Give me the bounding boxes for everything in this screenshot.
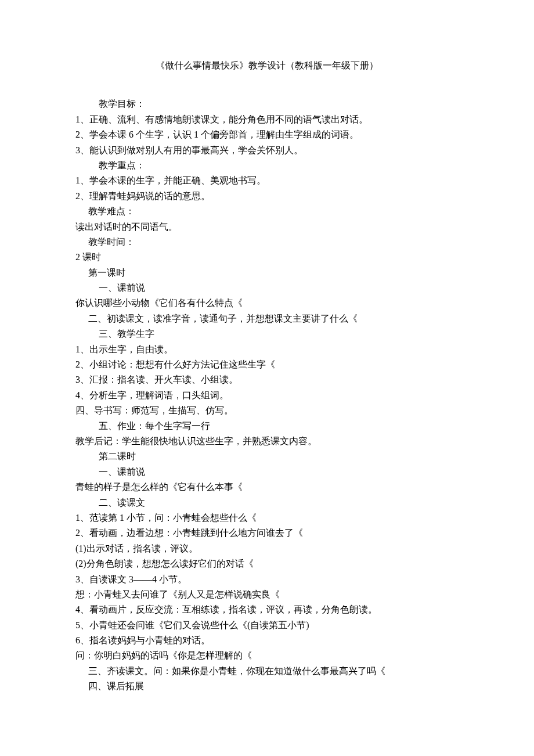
- l2-s2-item: 2、看动画，边看边想：小青蛙跳到什么地方问谁去了《: [75, 525, 459, 541]
- key-item: 1、学会本课的生字，并能正确、美观地书写。: [75, 173, 459, 188]
- l1-section-1: 一、课前说: [75, 280, 459, 296]
- key-item: 2、理解青蛙妈妈说的话的意思。: [75, 189, 459, 204]
- lesson1-header: 第一课时: [75, 265, 459, 280]
- l1-s3-item: 2、小组讨论：想想有什么好方法记住这些生字《: [75, 357, 459, 372]
- l2-s2-item: (1)出示对话，指名读，评议。: [75, 541, 459, 556]
- l2-section-4: 四、课后拓展: [75, 679, 459, 694]
- diff-header: 教学难点：: [75, 204, 459, 219]
- time-header: 教学时间：: [75, 235, 459, 250]
- l2-s2-item: 3、自读课文 3——4 小节。: [75, 572, 459, 587]
- l1-s3-item: 1、出示生字，自由读。: [75, 342, 459, 357]
- doc-title: 《做什么事情最快乐》教学设计（教科版一年级下册）: [75, 58, 459, 73]
- l2-s2-item: 1、范读第 1 小节，问：小青蛙会想些什么《: [75, 510, 459, 525]
- l2-s1-body: 青蛙的样子是怎么样的《它有什么本事《: [75, 480, 459, 495]
- goal-item: 1、正确、流利、有感情地朗读课文，能分角色用不同的语气读出对话。: [75, 112, 459, 127]
- goal-item: 2、学会本课 6 个生字，认识 1 个偏旁部首，理解由生字组成的词语。: [75, 127, 459, 142]
- l2-section-3: 三、齐读课文。问：如果你是小青蛙，你现在知道做什么事最高兴了吗《: [75, 664, 459, 679]
- goals-header: 教学目标：: [75, 96, 459, 111]
- l2-section-2: 二、读课文: [75, 495, 459, 510]
- l1-s3-item: 4、分析生字，理解词语，口头组词。: [75, 388, 459, 403]
- l2-s2-item: 问：你明白妈妈的话吗《你是怎样理解的《: [75, 648, 459, 663]
- document-page: 《做什么事情最快乐》教学设计（教科版一年级下册） 教学目标： 1、正确、流利、有…: [0, 0, 534, 741]
- l1-post: 教学后记：学生能很快地认识这些生字，并熟悉课文内容。: [75, 434, 459, 449]
- key-header: 教学重点：: [75, 158, 459, 173]
- l1-section-2: 二、初读课文，读准字音，读通句子，并想想课文主要讲了什么《: [75, 311, 459, 326]
- lesson2-header: 第二课时: [75, 449, 459, 464]
- l2-s2-item: 5、小青蛙还会问谁《它们又会说些什么《(自读第五小节): [75, 618, 459, 633]
- l2-section-1: 一、课前说: [75, 465, 459, 480]
- l1-section-3: 三、教学生字: [75, 326, 459, 341]
- l2-s2-item: 4、看动画片，反应交流：互相练读，指名读，评议，再读，分角色朗读。: [75, 602, 459, 617]
- diff-body: 读出对话时的不同语气。: [75, 219, 459, 235]
- time-value: 2 课时: [75, 250, 459, 265]
- l1-s1-body: 你认识哪些小动物《它们各有什么特点《: [75, 296, 459, 311]
- goal-item: 3、能认识到做对别人有用的事最高兴，学会关怀别人。: [75, 143, 459, 158]
- l2-s2-item: 想：小青蛙又去问谁了《别人又是怎样说确实良《: [75, 587, 459, 602]
- l2-s2-item: 6、指名读妈妈与小青蛙的对话。: [75, 633, 459, 648]
- l1-section-5: 五、作业：每个生字写一行: [75, 419, 459, 434]
- l1-s3-item: 3、汇报：指名读、开火车读、小组读。: [75, 372, 459, 387]
- l1-section-4: 四、导书写：师范写，生描写、仿写。: [75, 403, 459, 418]
- l2-s2-item: (2)分角色朗读，想想怎么读好它们的对话《: [75, 556, 459, 571]
